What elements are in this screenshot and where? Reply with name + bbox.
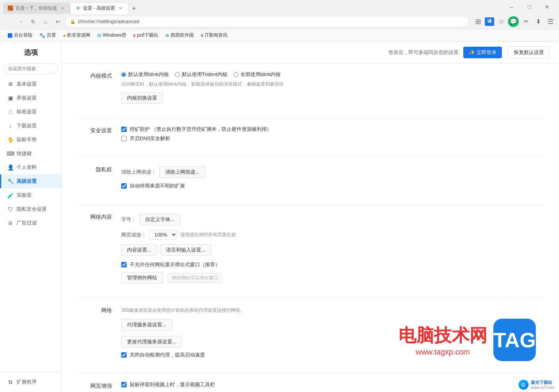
sidebar-item-mouse[interactable]: ✋ 鼠标手势: [0, 133, 61, 147]
language-settings-button[interactable]: 语言和输入设置...: [160, 244, 211, 256]
sidebar-item-shortcuts[interactable]: ⌨ 快捷键: [0, 147, 61, 161]
tabs-settings-icon: □: [7, 109, 14, 115]
section-network-content: 网络内容 字号： 自定义字体... 网页缩放： 100%: [77, 204, 544, 298]
new-tab-button[interactable]: +: [129, 3, 139, 14]
minimize-button[interactable]: –: [503, 0, 520, 14]
radio-trident-default[interactable]: 默认使用Trident内核: [175, 71, 227, 78]
refresh-button[interactable]: ↻: [28, 16, 39, 27]
close-button[interactable]: ✕: [538, 0, 556, 14]
network-content-control: 字号： 自定义字体... 网页缩放： 100% 75% 90% 11: [121, 212, 544, 285]
sidebar-item-advanced[interactable]: 🔧 高级设置: [0, 174, 61, 188]
maximize-button[interactable]: □: [520, 0, 538, 14]
scissors-btn[interactable]: ✂: [520, 16, 531, 27]
sidebar-item-mouse-label: 鼠标手势: [17, 136, 37, 143]
sidebar-bottom: ⧉ 扩展程序: [0, 372, 61, 392]
bookmark-oufeiziyuan[interactable]: ● 欧菲资源网: [60, 31, 93, 40]
bookmark-pc6[interactable]: 6 pc6下载站: [130, 31, 161, 40]
sidebar-item-profile[interactable]: 👤 个人资料: [0, 161, 61, 174]
home-button[interactable]: ⌂: [40, 16, 51, 27]
tab-baidu-close[interactable]: ✕: [59, 5, 66, 11]
checkbox-mining-protection[interactable]: 挖矿防护 （禁止执行数字货币挖矿脚本，防止硬件资源被利用）: [121, 126, 544, 133]
sidebar-item-download[interactable]: ↓ 下载设置: [0, 119, 61, 133]
translate-btn[interactable]: 译: [485, 17, 494, 26]
proxy-settings-button[interactable]: 代理服务器设置...: [121, 319, 172, 331]
search-input[interactable]: [3, 63, 58, 74]
sidebar-item-extensions[interactable]: ⧉ 扩展程序: [0, 375, 61, 389]
nav-right: ⊞ 译 ⊖ 💬 ✂ ⬇ ☰: [473, 16, 556, 27]
basic-settings-icon: ⚙: [7, 81, 14, 87]
wechat-btn[interactable]: 💬: [508, 16, 519, 27]
login-button[interactable]: ✨ 立即登录: [463, 47, 502, 58]
back-button[interactable]: ←: [3, 16, 14, 27]
settings-top-bar-inner: 登录后，即可多端同步您的设置 ✨ 立即登录 恢复默认设置: [71, 46, 550, 59]
window-controls: – □ ✕: [503, 0, 556, 14]
change-proxy-btn-row: 更改代理服务器设置...: [121, 335, 544, 349]
bookmark-it[interactable]: 6 IT新闻资讯: [198, 31, 230, 40]
radio-blink-all[interactable]: 全部使用blink内核: [234, 71, 281, 78]
radio-blink-all-label: 全部使用blink内核: [241, 71, 281, 78]
sidebar: 选项 ⚙ 基本设置 ▣ 界面设置 □ 标签设置 ↓ 下载设置 ✋: [0, 42, 62, 392]
sidebar-item-interface[interactable]: ▣ 界面设置: [0, 91, 61, 105]
security-label: 安全设置: [77, 126, 112, 134]
extension-btn[interactable]: ⊞: [473, 16, 483, 27]
bookmark-houtai[interactable]: 后台登陆: [5, 31, 36, 40]
bookmark-xixi[interactable]: ⊕ 西西软件园: [162, 31, 197, 40]
mouse-gesture-icon: ✋: [7, 137, 14, 143]
bookmark-oufeiziyuan-favicon: ●: [63, 33, 66, 38]
settings-favicon: ⚙: [75, 6, 81, 11]
kernel-switch-button[interactable]: 内核切换设置: [121, 92, 163, 104]
content-settings-button[interactable]: 内容设置...: [121, 244, 157, 256]
custom-font-button[interactable]: 自定义字体...: [139, 214, 180, 225]
web-enhance-label: 网页增强: [77, 381, 112, 390]
sidebar-header: 选项: [0, 45, 61, 63]
zoom-select[interactable]: 100% 75% 90% 110% 125% 150%: [149, 230, 177, 240]
tab-settings[interactable]: ⚙ 设置 - 高级设置 ✕: [70, 2, 129, 14]
baidu-favicon: 🐾: [8, 5, 13, 11]
tab-settings-close[interactable]: ✕: [117, 5, 124, 12]
restore-defaults-button[interactable]: 恢复默认设置: [508, 46, 550, 59]
popup-exceptions-row: 管理例外网站 例外网站可以弹出窗口: [121, 270, 544, 285]
sidebar-item-adfilter[interactable]: ⊘ 广告过滤: [0, 216, 61, 230]
clear-history-row: 清除上网痕迹： 清除上网痕迹...: [121, 165, 544, 179]
section-security: 安全设置 挖矿防护 （禁止执行数字货币挖矿脚本，防止硬件资源被利用） 开启DNS…: [77, 118, 544, 157]
sidebar-item-lab-label: 实验室: [17, 192, 32, 199]
kernel-mode-label: 内核模式: [77, 71, 112, 79]
sidebar-item-privacy[interactable]: 🛡 隐私安全设置: [0, 202, 61, 216]
web-enhance-control: 鼠标停留到视频上时，显示视频工具栏: [121, 381, 544, 390]
sidebar-item-lab[interactable]: 🧪 实验室: [0, 188, 61, 202]
clear-history-button[interactable]: 清除上网痕迹...: [159, 166, 205, 178]
bookmark-windows[interactable]: ⊞ Windows壁: [94, 31, 129, 40]
adfilter-icon: ⊘: [7, 220, 14, 226]
bookmark-xixi-label: 西西软件园: [171, 32, 194, 39]
radio-blink-default-label: 默认使用blink内核: [128, 71, 169, 78]
manage-exceptions-button[interactable]: 管理例外网站: [121, 272, 163, 284]
undo-button[interactable]: ↩: [53, 16, 63, 27]
sidebar-item-basic[interactable]: ⚙ 基本设置: [0, 77, 61, 91]
content-lang-row: 内容设置... 语言和输入设置...: [121, 243, 544, 257]
checkbox-disable-extensions[interactable]: 自动停用来源不明的扩展: [121, 182, 544, 189]
menu-btn[interactable]: ☰: [545, 16, 556, 27]
checkbox-dns-security[interactable]: 开启DNS安全解析: [121, 135, 544, 142]
setting-row-network-content: 网络内容 字号： 自定义字体... 网页缩放： 100%: [77, 212, 544, 285]
download-btn[interactable]: ⬇: [533, 16, 544, 27]
forward-button[interactable]: →: [15, 16, 26, 27]
tab-baidu[interactable]: 🐾 百度一下，你就知道 ✕: [3, 2, 70, 14]
change-proxy-button[interactable]: 更改代理服务器设置...: [121, 336, 182, 348]
checkbox-auto-detect-proxy[interactable]: 关闭自动检测代理，提高启动速度: [121, 351, 544, 358]
adblock-btn[interactable]: ⊖: [496, 16, 506, 27]
checkbox-video-toolbar[interactable]: 鼠标停留到视频上时，显示视频工具栏: [121, 381, 544, 388]
clear-history-label: 清除上网痕迹：: [121, 169, 156, 176]
font-row: 字号： 自定义字体...: [121, 212, 544, 227]
privacy-settings-label: 隐私权: [77, 165, 112, 173]
no-popup-label: 不允许任何网站显示弹出式窗口（推荐）: [130, 261, 220, 268]
zoom-desc: 该缩放比例对所有页面生效: [180, 231, 236, 238]
radio-blink-default[interactable]: 默认使用blink内核: [121, 71, 169, 78]
sidebar-item-tabs[interactable]: □ 标签设置: [0, 105, 61, 119]
address-bar[interactable]: 🔒 chrome://settings/advanced: [65, 16, 469, 27]
kernel-mode-control: 默认使用blink内核 默认使用Trident内核 全部使用blink内核: [121, 71, 544, 105]
bookmark-baidu[interactable]: 🐾 百度: [36, 31, 59, 40]
setting-row-kernel: 内核模式 默认使用blink内核 默认使用Trident内核: [77, 71, 544, 105]
checkbox-no-popup[interactable]: 不允许任何网站显示弹出式窗口（推荐）: [121, 261, 544, 268]
aurora-logo-icon: G: [518, 380, 529, 390]
section-web-enhance: 网页增强 鼠标停留到视频上时，显示视频工具栏: [77, 373, 544, 392]
